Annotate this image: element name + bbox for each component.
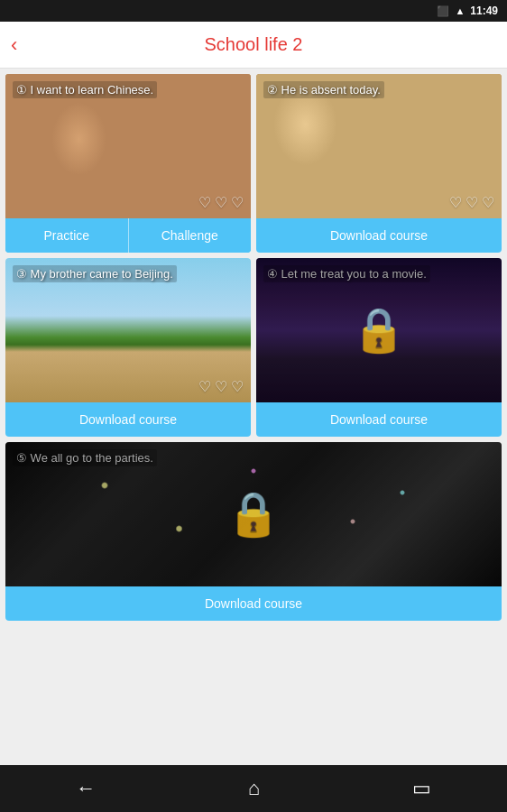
lock-overlay-4: 🔒 — [256, 258, 502, 402]
card-image-3: ③ My brother came to Beijing. ♡ ♡ ♡ — [5, 258, 251, 402]
card-image-1: ① I want to learn Chinese. ♡ ♡ ♡ — [5, 74, 251, 218]
download-course-button-4[interactable]: Download course — [256, 402, 502, 437]
course-card-2[interactable]: ② He is absent today. ♡ ♡ ♡ Download cou… — [256, 74, 502, 253]
heart-icon-3: ♡ — [231, 194, 244, 211]
heart-icon-2: ♡ — [215, 194, 227, 211]
practice-button[interactable]: Practice — [5, 218, 129, 253]
download-course-button-3[interactable]: Download course — [5, 402, 251, 437]
card-label-1: ① I want to learn Chinese. — [13, 81, 157, 98]
card-hearts-2: ♡ ♡ ♡ — [449, 194, 494, 211]
lock-icon-5: 🔒 — [226, 489, 281, 540]
course-card-3[interactable]: ③ My brother came to Beijing. ♡ ♡ ♡ Down… — [5, 258, 251, 437]
card-footer-3: Download course — [5, 402, 251, 437]
cards-grid: ① I want to learn Chinese. ♡ ♡ ♡ Practic… — [5, 74, 502, 621]
heart-icon-7: ♡ — [198, 378, 211, 395]
card-label-5: ⑤ We all go to the parties. — [13, 449, 157, 466]
screenshot-icon: ⬛ — [437, 5, 449, 17]
card-image-2: ② He is absent today. ♡ ♡ ♡ — [256, 74, 502, 218]
card-label-3: ③ My brother came to Beijing. — [13, 265, 177, 282]
page-title: School life 2 — [205, 34, 303, 55]
lock-overlay-5: 🔒 — [5, 442, 502, 586]
status-time: 11:49 — [470, 5, 498, 17]
download-course-button-2[interactable]: Download course — [256, 218, 502, 253]
home-nav-icon[interactable]: ⌂ — [248, 777, 260, 800]
bottom-nav: ← ⌂ ▭ — [0, 765, 507, 812]
card-footer-1: Practice Challenge — [5, 218, 251, 253]
card-image-5: ⑤ We all go to the parties. 🔒 — [5, 442, 502, 586]
card-hearts-1: ♡ ♡ ♡ — [198, 194, 244, 211]
card-footer-4: Download course — [256, 402, 502, 437]
card-image-4: ④ Let me treat you to a movie. 🔒 — [256, 258, 502, 402]
card-footer-5: Download course — [5, 586, 502, 621]
course-card-4[interactable]: ④ Let me treat you to a movie. 🔒 Downloa… — [256, 258, 502, 437]
status-bar: ⬛ ▲ 11:49 — [0, 0, 507, 22]
heart-icon-4: ♡ — [449, 194, 462, 211]
course-card-1[interactable]: ① I want to learn Chinese. ♡ ♡ ♡ Practic… — [5, 74, 251, 253]
course-card-5[interactable]: ⑤ We all go to the parties. 🔒 Download c… — [5, 442, 502, 621]
card-label-2: ② He is absent today. — [263, 81, 384, 98]
wifi-icon: ▲ — [455, 5, 465, 16]
card-label-4: ④ Let me treat you to a movie. — [263, 265, 430, 282]
top-nav: ‹ School life 2 — [0, 22, 507, 69]
card-hearts-3: ♡ ♡ ♡ — [198, 378, 244, 395]
lock-icon-4: 🔒 — [352, 305, 406, 355]
heart-icon-1: ♡ — [198, 194, 211, 211]
challenge-button[interactable]: Challenge — [129, 218, 252, 253]
back-button[interactable]: ‹ — [11, 35, 17, 55]
recent-nav-icon[interactable]: ▭ — [412, 777, 431, 800]
download-course-button-5[interactable]: Download course — [5, 586, 502, 621]
back-nav-icon[interactable]: ← — [76, 777, 96, 800]
card-footer-2: Download course — [256, 218, 502, 253]
heart-icon-5: ♡ — [466, 194, 478, 211]
heart-icon-9: ♡ — [231, 378, 244, 395]
content-area: ① I want to learn Chinese. ♡ ♡ ♡ Practic… — [0, 69, 507, 765]
heart-icon-6: ♡ — [482, 194, 494, 211]
heart-icon-8: ♡ — [215, 378, 227, 395]
